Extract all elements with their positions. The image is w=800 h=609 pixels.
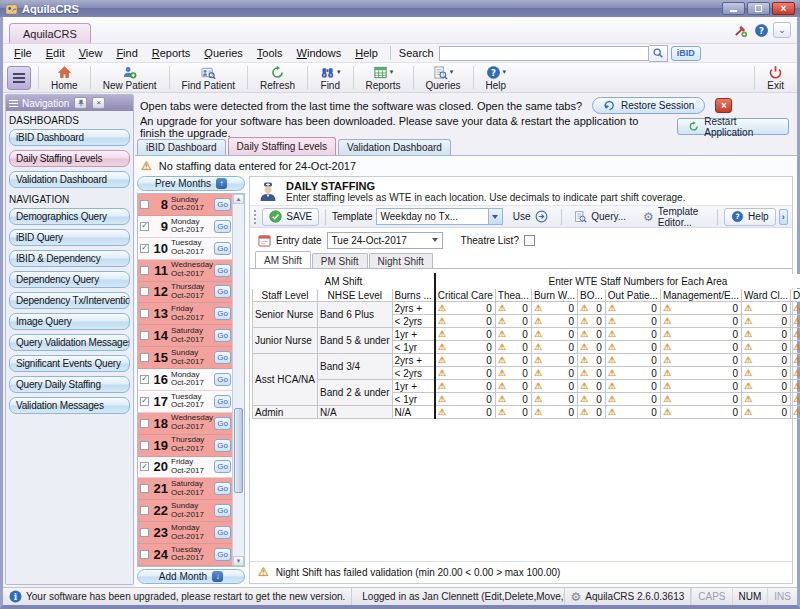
sidebar-item-demographics-query[interactable]: Demographics Query [9,208,130,225]
toolbar-button-refresh[interactable]: Refresh [251,64,304,91]
staff-value-cell[interactable]: ⚠0 [578,380,606,393]
date-list-scrollbar[interactable]: ▲ ▼ [232,194,244,566]
date-checkbox[interactable] [140,331,149,340]
menu-item-windows[interactable]: Windows [290,45,349,61]
date-checkbox[interactable]: ✓ [140,375,149,384]
search-icon[interactable] [649,45,668,62]
sidebar-item-validation-messages[interactable]: Validation Messages [9,397,130,414]
menu-item-tools[interactable]: Tools [250,45,290,61]
sidebar-item-daily-staffing-levels[interactable]: Daily Staffing Levels [9,150,130,167]
staff-value-cell[interactable]: ⚠0 [791,367,800,380]
toolbar-button-queries[interactable]: ▾Queries [417,64,470,91]
staff-value-cell[interactable]: ⚠0 [435,367,496,380]
date-row-12[interactable]: 12ThursdayOct-2017Go [138,282,232,304]
sidebar-item-query-validation-messages[interactable]: Query Validation Messages [9,334,130,351]
sidebar-item-ibid-dashboard[interactable]: iBID Dashboard [9,129,130,146]
go-button[interactable]: Go [214,460,231,473]
date-row-19[interactable]: 19ThursdayOct-2017Go [138,435,232,457]
go-button[interactable]: Go [214,242,231,255]
minimize-button[interactable] [722,2,745,15]
staff-value-cell[interactable]: ⚠0 [495,380,531,393]
sidebar-item-dependency-query[interactable]: Dependency Query [9,271,130,288]
staff-value-cell[interactable]: ⚠0 [578,354,606,367]
go-button[interactable]: Go [214,307,231,320]
staff-value-cell[interactable]: ⚠0 [660,328,741,341]
staff-value-cell[interactable]: ⚠0 [742,341,791,354]
tab-ibid-dashboard[interactable]: iBID Dashboard [137,139,226,155]
toolbar-button-help[interactable]: ?▾Help [477,64,516,91]
date-row-20[interactable]: ✓20FridayOct-2017Go [138,457,232,479]
staff-value-cell[interactable]: ⚠0 [605,315,660,328]
toolbar-button-reports[interactable]: ▾Reports [357,64,410,91]
staff-value-cell[interactable]: ⚠0 [531,328,577,341]
staff-value-cell[interactable]: ⚠0 [435,341,496,354]
shift-tab-am-shift[interactable]: AM Shift [255,251,311,268]
restore-session-button[interactable]: Restore Session [592,97,705,114]
customize-icon[interactable] [731,22,749,38]
staff-value-cell[interactable]: ⚠0 [605,341,660,354]
scroll-up-icon[interactable]: ▲ [233,194,244,204]
staff-value-cell[interactable]: ⚠0 [791,380,800,393]
menu-item-view[interactable]: View [72,45,110,61]
staff-value-cell[interactable]: ⚠0 [531,393,577,406]
go-button[interactable]: Go [214,482,231,495]
chevron-down-icon[interactable]: ⌄ [773,22,791,38]
staff-value-cell[interactable]: ⚠0 [791,328,800,341]
staff-value-cell[interactable]: ⚠0 [435,380,496,393]
sidebar-header[interactable]: Navigation × [6,95,133,111]
date-row-14[interactable]: 14SaturdayOct-2017Go [138,325,232,347]
date-checkbox[interactable] [140,441,149,450]
staff-value-cell[interactable]: ⚠0 [495,406,531,419]
date-row-11[interactable]: 11WednesdayOct-2017Go [138,260,232,282]
toolbar-button-find[interactable]: ▾Find [311,64,350,91]
staff-value-cell[interactable]: ⚠0 [742,302,791,315]
menu-item-edit[interactable]: Edit [39,45,72,61]
staff-value-cell[interactable]: ⚠0 [742,367,791,380]
go-button[interactable]: Go [214,548,231,561]
staff-value-cell[interactable]: ⚠0 [578,406,606,419]
staff-value-cell[interactable]: ⚠0 [605,406,660,419]
template-editor-button[interactable]: ⚙ Template Editor... [636,208,711,226]
toolbar-button-find-patient[interactable]: Find Patient [173,64,244,91]
staff-value-cell[interactable]: ⚠0 [495,315,531,328]
staff-value-cell[interactable]: ⚠0 [531,315,577,328]
staff-value-cell[interactable]: ⚠0 [531,302,577,315]
theatre-list-checkbox[interactable] [524,235,535,246]
sidebar-item-significant-events-query[interactable]: Significant Events Query [9,355,130,372]
go-button[interactable]: Go [214,439,231,452]
date-checkbox[interactable] [140,419,149,428]
menu-item-queries[interactable]: Queries [197,45,250,61]
template-dropdown[interactable]: Weekday no Tx... [376,208,503,225]
staff-value-cell[interactable]: ⚠0 [791,341,800,354]
date-row-16[interactable]: ✓16MondayOct-2017Go [138,369,232,391]
staff-value-cell[interactable]: ⚠0 [435,328,496,341]
date-checkbox[interactable]: ✓ [140,397,149,406]
date-checkbox[interactable]: ✓ [140,222,149,231]
staff-value-cell[interactable]: ⚠0 [742,328,791,341]
shift-tab-night-shift[interactable]: Night Shift [369,253,433,268]
sidebar-item-ibid-dependency[interactable]: IBID & Dependency [9,250,130,267]
staff-value-cell[interactable]: ⚠0 [605,328,660,341]
maximize-button[interactable] [747,2,770,15]
go-button[interactable]: Go [214,351,231,364]
staff-value-cell[interactable]: ⚠0 [605,393,660,406]
staff-value-cell[interactable]: ⚠0 [531,354,577,367]
staff-value-cell[interactable]: ⚠0 [791,315,800,328]
staff-value-cell[interactable]: ⚠0 [578,367,606,380]
go-button[interactable]: Go [214,395,231,408]
go-button[interactable]: Go [214,264,231,277]
sidebar-item-validation-dashboard[interactable]: Validation Dashboard [9,171,130,188]
scroll-down-icon[interactable]: ▼ [233,556,244,566]
go-button[interactable]: Go [214,373,231,386]
staff-value-cell[interactable]: ⚠0 [742,380,791,393]
staff-value-cell[interactable]: ⚠0 [531,341,577,354]
staff-value-cell[interactable]: ⚠0 [531,367,577,380]
entry-date-dropdown[interactable]: Tue 24-Oct-2017 [327,232,443,249]
date-checkbox[interactable] [140,528,149,537]
sidebar-item-ibid-query[interactable]: iBID Query [9,229,130,246]
date-checkbox[interactable] [140,550,149,559]
dropdown-arrow-icon[interactable] [488,209,502,224]
staff-value-cell[interactable]: ⚠0 [531,380,577,393]
staff-value-cell[interactable]: ⚠0 [578,393,606,406]
restart-application-button[interactable]: Restart Application [677,118,789,135]
